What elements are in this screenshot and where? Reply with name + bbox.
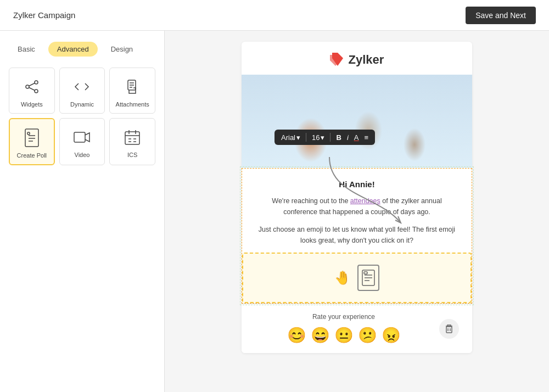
svg-line-4 <box>29 88 35 91</box>
tab-design[interactable]: Design <box>102 42 142 57</box>
align-button[interactable]: ≡ <box>364 133 368 142</box>
poll-icon-preview <box>357 265 379 291</box>
rating-content: Rate your experience 😊 😄 😐 😕 😠 <box>255 313 433 344</box>
email-body-2: Just choose an emoji to let us know what… <box>255 224 458 246</box>
widget-create-poll-label: Create Poll <box>17 152 47 159</box>
code-icon <box>72 77 92 97</box>
tab-basic[interactable]: Basic <box>9 42 44 57</box>
tab-advanced[interactable]: Advanced <box>48 42 98 57</box>
cursor-hand-icon: 🤚 <box>334 270 351 285</box>
share-icon <box>22 77 42 97</box>
underline-button[interactable]: A <box>354 133 359 142</box>
italic-button[interactable]: i <box>347 133 349 142</box>
save-next-button[interactable]: Save and Next <box>466 7 536 24</box>
svg-point-0 <box>35 81 38 84</box>
widget-attachments-label: Attachments <box>116 101 149 108</box>
svg-line-3 <box>29 83 35 86</box>
svg-line-28 <box>329 113 338 124</box>
svg-line-27 <box>294 113 307 124</box>
svg-point-31 <box>392 117 410 137</box>
widget-ics-label: ICS <box>127 152 137 158</box>
widget-create-poll[interactable]: Create Poll <box>9 118 55 165</box>
svg-point-2 <box>35 89 38 93</box>
drop-zone: 🤚 <box>242 253 472 303</box>
logo-text: Zylker <box>349 53 384 67</box>
widget-attachments[interactable]: Attachments <box>109 68 155 114</box>
poll-icon <box>22 128 42 148</box>
email-greeting: Hi Annie! <box>255 180 458 189</box>
svg-rect-9 <box>25 129 38 147</box>
hero-image <box>242 75 472 168</box>
svg-rect-32 <box>391 136 411 155</box>
widget-grid: Widgets Dynamic <box>9 68 155 165</box>
calendar-icon <box>122 127 142 147</box>
trash-button[interactable] <box>439 319 459 339</box>
svg-rect-13 <box>27 132 30 135</box>
rating-section: Rate your experience 😊 😄 😐 😕 😠 <box>242 304 472 353</box>
app-title: Zylker Campaign <box>13 10 75 20</box>
email-body-1: We're reaching out to the attendees of t… <box>255 195 458 217</box>
main-layout: Basic Advanced Design Widgets <box>0 31 549 392</box>
emoji-5[interactable]: 😠 <box>382 326 401 344</box>
toolbar-divider-2 <box>330 133 330 142</box>
widget-widgets-label: Widgets <box>21 101 43 108</box>
widget-dynamic[interactable]: Dynamic <box>59 68 105 114</box>
email-logo: Zylker <box>242 42 472 75</box>
svg-rect-40 <box>364 272 367 274</box>
toolbar-divider-1 <box>306 133 306 142</box>
emoji-3[interactable]: 😐 <box>334 326 354 344</box>
right-panel: Zylker <box>165 31 549 392</box>
svg-rect-15 <box>125 132 139 144</box>
svg-point-1 <box>26 85 29 88</box>
widget-ics[interactable]: ICS <box>109 118 155 165</box>
font-selector[interactable]: Arial ▾ <box>281 133 300 142</box>
svg-rect-41 <box>446 327 452 333</box>
text-toolbar: Arial ▾ 16 ▾ B i A ≡ <box>274 130 375 145</box>
left-panel: Basic Advanced Design Widgets <box>0 31 165 392</box>
email-content-area: Hi Annie! We're reaching out to the atte… <box>242 168 472 304</box>
widget-dynamic-label: Dynamic <box>70 101 94 108</box>
svg-rect-14 <box>74 132 85 142</box>
email-preview: Zylker <box>242 42 472 353</box>
svg-rect-23 <box>242 75 472 168</box>
svg-rect-24 <box>274 86 340 135</box>
widget-video[interactable]: Video <box>59 118 105 165</box>
emoji-4[interactable]: 😕 <box>358 326 377 344</box>
logo-icon <box>330 51 343 69</box>
widget-video-label: Video <box>75 152 90 158</box>
svg-point-25 <box>311 87 326 104</box>
emoji-1[interactable]: 😊 <box>287 326 306 344</box>
widget-widgets[interactable]: Widgets <box>9 68 55 114</box>
emoji-row: 😊 😄 😐 😕 😠 <box>255 326 433 344</box>
emoji-2[interactable]: 😄 <box>311 326 330 344</box>
attach-icon <box>122 77 142 97</box>
video-icon <box>72 127 92 147</box>
bold-button[interactable]: B <box>336 133 341 142</box>
rating-label: Rate your experience <box>255 313 433 321</box>
font-size-selector[interactable]: 16 ▾ <box>312 133 324 142</box>
tab-bar: Basic Advanced Design <box>9 42 155 57</box>
highlight-attendees: attendees <box>350 197 380 205</box>
app-header: Zylker Campaign Save and Next <box>0 0 549 31</box>
